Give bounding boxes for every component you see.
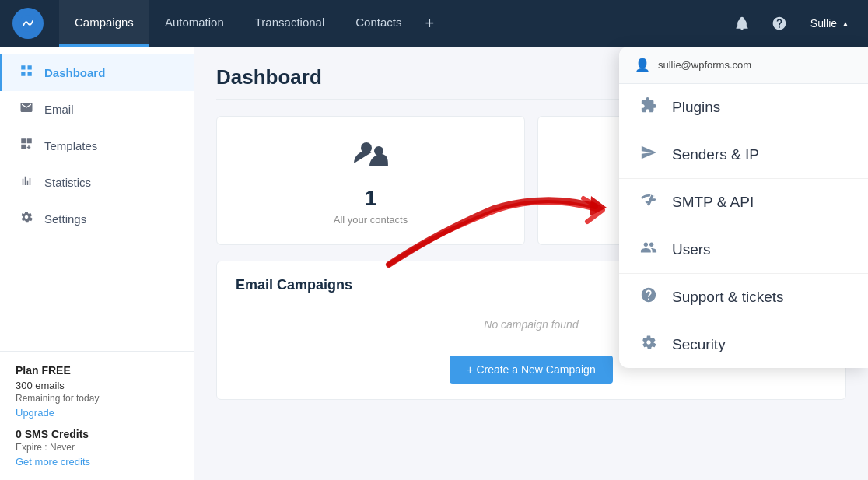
nav-transactional[interactable]: Transactional	[240, 0, 341, 47]
nav-right-actions: Sullie ▲	[730, 11, 856, 36]
sidebar-settings-label: Settings	[44, 212, 86, 226]
sidebar-item-settings[interactable]: Settings	[0, 201, 194, 237]
sidebar: Dashboard Email Templates Statistics Set…	[0, 47, 194, 480]
notification-icon[interactable]	[730, 11, 754, 36]
user-menu-button[interactable]: Sullie ▲	[804, 14, 856, 33]
dropdown-user-icon: 👤	[635, 58, 650, 72]
sidebar-templates-label: Templates	[44, 139, 97, 152]
upgrade-link[interactable]: Upgrade	[16, 407, 54, 419]
sidebar-item-email[interactable]: Email	[0, 91, 194, 128]
contacts-label: All your contacts	[334, 214, 408, 226]
smtp-icon	[638, 191, 660, 213]
logo[interactable]	[12, 8, 44, 39]
help-icon[interactable]	[767, 11, 792, 36]
nav-contacts[interactable]: Contacts	[340, 0, 417, 47]
statistics-icon	[18, 173, 35, 191]
dropdown-user-email: sullie@wpforms.com	[658, 59, 751, 71]
templates-icon	[18, 137, 35, 155]
users-icon	[638, 239, 660, 261]
dropdown-item-plugins[interactable]: Plugins	[619, 84, 868, 131]
users-label: Users	[672, 241, 711, 258]
dashboard-icon	[18, 64, 35, 82]
contacts-card-icon	[352, 135, 390, 180]
sidebar-statistics-label: Statistics	[44, 176, 91, 189]
senders-icon	[638, 144, 660, 166]
nav-campaigns[interactable]: Campaigns	[59, 0, 149, 47]
dropdown-item-support[interactable]: Support & tickets	[619, 274, 868, 321]
nav-automation[interactable]: Automation	[149, 0, 240, 47]
contacts-count: 1	[365, 186, 377, 211]
dropdown-item-users[interactable]: Users	[619, 226, 868, 274]
dropdown-item-smtp-api[interactable]: SMTP & API	[619, 179, 868, 226]
smtp-label: SMTP & API	[672, 194, 754, 211]
sms-credits-label: 0 SMS Credits	[16, 428, 178, 440]
nav-add-button[interactable]: +	[417, 0, 442, 47]
settings-icon	[18, 210, 35, 228]
get-credits-link[interactable]: Get more credits	[16, 456, 90, 468]
dropdown-item-security[interactable]: Security	[619, 321, 868, 368]
sidebar-item-statistics[interactable]: Statistics	[0, 164, 194, 201]
remaining-label: Remaining for today	[16, 393, 178, 404]
create-campaign-button[interactable]: + Create a New Campaign	[450, 356, 612, 384]
support-icon	[638, 286, 660, 308]
emails-count: 300 emails	[16, 380, 178, 391]
sms-expire-label: Expire : Never	[16, 442, 178, 453]
top-navigation: Campaigns Automation Transactional Conta…	[0, 0, 868, 47]
sidebar-dashboard-label: Dashboard	[44, 66, 105, 79]
sidebar-item-templates[interactable]: Templates	[0, 128, 194, 164]
sidebar-plan-info: Plan FREE 300 emails Remaining for today…	[0, 351, 194, 480]
sms-section: 0 SMS Credits Expire : Never Get more cr…	[16, 428, 178, 468]
contacts-card: 1 All your contacts	[216, 116, 525, 245]
support-label: Support & tickets	[672, 289, 784, 306]
sidebar-email-label: Email	[44, 103, 74, 116]
dropdown-item-senders-ip[interactable]: Senders & IP	[619, 131, 868, 179]
plugins-icon	[638, 96, 660, 118]
user-name: Sullie	[810, 17, 837, 30]
plugins-label: Plugins	[672, 99, 720, 116]
user-caret-icon: ▲	[842, 19, 849, 28]
dropdown-user-header: 👤 sullie@wpforms.com	[619, 47, 868, 84]
sidebar-item-dashboard[interactable]: Dashboard	[0, 54, 194, 91]
senders-label: Senders & IP	[672, 146, 759, 163]
nav-items: Campaigns Automation Transactional Conta…	[59, 0, 730, 47]
plan-name: Plan FREE	[16, 364, 178, 377]
email-icon	[18, 100, 35, 118]
user-dropdown-menu: 👤 sullie@wpforms.com Plugins Senders & I…	[619, 47, 868, 368]
security-label: Security	[672, 336, 726, 353]
security-icon	[638, 334, 660, 356]
